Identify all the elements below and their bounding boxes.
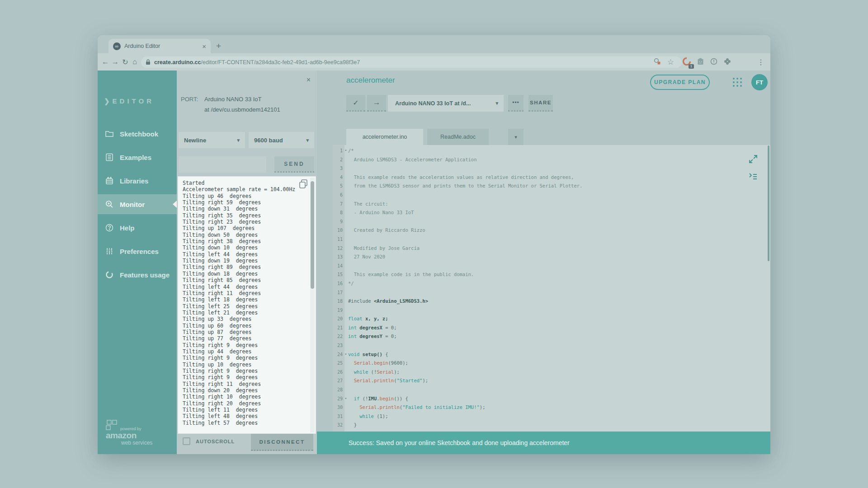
- sidebar-item-preferences[interactable]: Preferences: [98, 241, 177, 261]
- sidebar-item-features-usage[interactable]: Features usage: [98, 265, 177, 285]
- aws-cubes-icon: [106, 419, 119, 431]
- copy-icon[interactable]: [298, 179, 308, 189]
- browser-tab-title: Arduino Editor: [124, 43, 199, 49]
- autoscroll-label: AUTOSCROLL: [196, 439, 235, 444]
- serial-line: Tilting right 9 degrees: [183, 342, 308, 348]
- tab-readme-adoc[interactable]: ReadMe.adoc: [427, 129, 489, 145]
- code-editor[interactable]: 1▾/*2 Arduino LSM6DS3 - Accelerometer Ap…: [333, 145, 770, 432]
- apps-grid-icon[interactable]: [732, 77, 743, 88]
- editor-sidebar: ❯EDITOR SketchbookExamplesLibrariesMonit…: [98, 70, 177, 454]
- forward-icon[interactable]: →: [110, 53, 120, 70]
- sidebar-item-examples[interactable]: Examples: [98, 147, 177, 167]
- sidebar-item-libraries[interactable]: Libraries: [98, 171, 177, 191]
- console-scrollbar-thumb[interactable]: [311, 181, 314, 289]
- address-bar[interactable]: create.arduino.cc/editor/FT-CONTENT/a284…: [141, 56, 682, 68]
- disconnect-button[interactable]: DISCONNECT: [251, 434, 313, 451]
- browser-toolbar: ← → ↻ ⌂ create.arduino.cc/editor/FT-CONT…: [98, 53, 770, 70]
- code-line: 15 This example code is in the public do…: [333, 270, 770, 279]
- baud-rate-dropdown[interactable]: 9600 baud▾: [249, 132, 314, 148]
- bookmark-star-icon[interactable]: ☆: [667, 57, 674, 67]
- fullscreen-icon[interactable]: [748, 154, 759, 164]
- editor-scrollbar-thumb[interactable]: [768, 145, 769, 261]
- code-line: 7 The circuit:: [333, 200, 770, 209]
- serial-message-input[interactable]: [179, 156, 266, 173]
- tab-list-dropdown[interactable]: ▾: [508, 129, 524, 145]
- sidebar-item-help[interactable]: Help: [98, 218, 177, 238]
- code-line: 1▾/*: [333, 146, 770, 155]
- console-toggle-icon[interactable]: [748, 171, 759, 182]
- serial-line: Tilting up 10 degrees: [183, 361, 308, 368]
- browser-tabstrip: ∞ Arduino Editor × +: [98, 35, 770, 53]
- serial-line: Tilting left 11 degrees: [183, 407, 308, 413]
- serial-console[interactable]: StartedAccelerometer sample rate = 104.0…: [178, 176, 316, 434]
- serial-line: Tilting up 77 degrees: [183, 335, 308, 342]
- code-line: 14: [333, 262, 770, 271]
- serial-output: StartedAccelerometer sample rate = 104.0…: [183, 180, 308, 426]
- code-line: 23: [333, 341, 770, 350]
- code-line: 20float x, y, z;: [333, 314, 770, 324]
- code-line: 28: [333, 385, 770, 394]
- browser-tab[interactable]: ∞ Arduino Editor ×: [108, 39, 211, 53]
- profile-extension-icon[interactable]: 1: [683, 57, 691, 67]
- code-line: 10 Created by Riccardo Rizzo: [333, 226, 770, 235]
- serial-line: Tilting left 44 degrees: [183, 251, 308, 258]
- home-icon[interactable]: ⌂: [130, 53, 140, 70]
- upgrade-plan-button[interactable]: UPGRADE PLAN: [650, 75, 710, 90]
- reload-icon[interactable]: ↻: [120, 53, 130, 70]
- back-icon[interactable]: ←: [100, 53, 110, 70]
- serial-line: Tilting left 18 degrees: [183, 296, 308, 303]
- serial-line: Tilting left 57 degrees: [183, 420, 308, 426]
- autoscroll-checkbox[interactable]: [183, 437, 190, 445]
- sidebar-item-sketchbook[interactable]: Sketchbook: [98, 124, 177, 144]
- toolbar-extensions: 1: [679, 53, 734, 70]
- code-line: 27 Serial.println("Started");: [333, 376, 770, 385]
- info-icon[interactable]: [710, 58, 717, 66]
- tab-accelerometer-ino[interactable]: accelerometer.ino: [346, 129, 423, 145]
- sidebar-item-label: Examples: [120, 154, 151, 161]
- active-item-notch: [173, 201, 177, 208]
- flower-extension-icon[interactable]: [724, 58, 731, 66]
- tab-close-icon[interactable]: ×: [202, 42, 206, 50]
- fold-arrow-icon[interactable]: ▾: [345, 146, 347, 155]
- serial-line: Tilting right 59 degrees: [183, 199, 308, 206]
- browser-menu-icon[interactable]: ⋮: [756, 53, 766, 70]
- upload-button[interactable]: →: [367, 95, 386, 112]
- clipboard-icon[interactable]: [697, 58, 704, 66]
- board-selector-dropdown[interactable]: Arduino NANO 33 IoT at /d...▾: [388, 95, 504, 112]
- preferences-icon: [105, 247, 114, 256]
- serial-line: Tilting right 89 degrees: [183, 264, 308, 270]
- code-line: 30 Serial.println("Failed to initialize …: [333, 403, 770, 412]
- console-scrollbar[interactable]: [310, 178, 315, 432]
- serial-line: Tilting right 11 degrees: [183, 290, 308, 296]
- share-button[interactable]: SHARE: [528, 95, 553, 112]
- sketch-title: accelerometer: [346, 76, 395, 85]
- panel-close-icon[interactable]: ×: [307, 76, 311, 84]
- code-line: 32 }: [333, 421, 770, 430]
- serial-line: Tilting left 21 degrees: [183, 310, 308, 316]
- code-line: 25 Serial.begin(9600);: [333, 359, 770, 368]
- fold-arrow-icon[interactable]: ▾: [345, 394, 347, 404]
- new-tab-button[interactable]: +: [216, 39, 221, 53]
- code-line: 12 Modified by Jose García: [333, 244, 770, 253]
- verify-button[interactable]: ✓: [346, 95, 365, 112]
- serial-line: Tilting down 19 degrees: [183, 258, 308, 264]
- sidebar-item-monitor[interactable]: Monitor: [98, 194, 177, 214]
- shapes-extension-icon[interactable]: [654, 58, 661, 66]
- port-name: Arduino NANO 33 IoT: [204, 96, 280, 103]
- serial-line: Tilting up 87 degrees: [183, 329, 308, 335]
- line-ending-dropdown[interactable]: Newline▾: [179, 132, 245, 148]
- code-line: 18#include <Arduino_LSM6DS3.h>: [333, 297, 770, 306]
- code-line: 3: [333, 164, 770, 173]
- code-line: 13 27 Nov 2020: [333, 253, 770, 262]
- fold-arrow-icon[interactable]: ▾: [345, 350, 347, 359]
- serial-line: Tilting right 20 degrees: [183, 400, 308, 407]
- more-options-button[interactable]: •••: [508, 95, 524, 112]
- send-button[interactable]: SEND: [274, 156, 314, 173]
- chevron-down-icon: ▾: [306, 137, 309, 143]
- chevron-down-icon: ▾: [237, 137, 240, 143]
- avatar[interactable]: FT: [751, 74, 768, 90]
- browser-window: ∞ Arduino Editor × + ← → ↻ ⌂ create.ardu…: [98, 35, 770, 454]
- sketchbook-folder-icon: [105, 129, 114, 138]
- aws-logo: powered by amazon web services: [106, 419, 152, 446]
- serial-line: Tilting down 18 degrees: [183, 271, 308, 277]
